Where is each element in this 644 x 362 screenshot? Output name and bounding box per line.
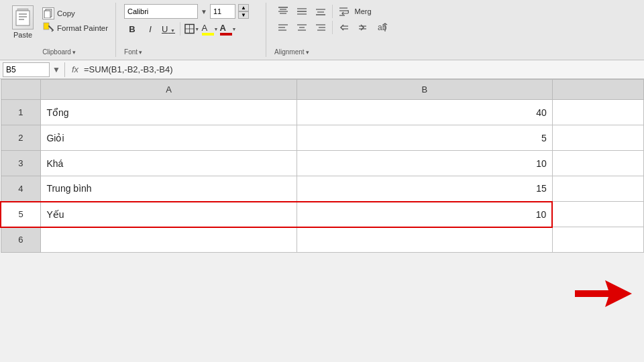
bold-button[interactable]: B: [124, 21, 140, 37]
border-dropdown-arrow[interactable]: ▼: [195, 27, 199, 32]
align-left-button[interactable]: [274, 20, 292, 35]
svg-line-9: [52, 30, 53, 32]
col-header-a[interactable]: A: [41, 80, 297, 100]
font-group: ▼ ▲ ▼ B I U ▼: [119, 3, 266, 57]
cell-b2[interactable]: 5: [297, 125, 552, 151]
font-color-bar: [220, 33, 232, 36]
formula-input[interactable]: =SUM(B1,-B2,-B3,-B4): [84, 64, 641, 74]
svg-rect-2: [19, 13, 27, 15]
align-separator-2: [332, 21, 333, 34]
table-row: 6: [1, 227, 644, 253]
paste-label: Paste: [13, 31, 32, 39]
highlight-color-bar: [202, 33, 214, 36]
copy-icon: [42, 7, 54, 19]
cell-a3[interactable]: Khá: [41, 151, 297, 176]
cell-reference-box[interactable]: B5: [3, 62, 50, 77]
align-top-button[interactable]: [274, 4, 292, 19]
font-size-increase-button[interactable]: ▲: [238, 4, 249, 11]
cell-c6: [552, 227, 643, 253]
align-center-button[interactable]: [293, 20, 311, 35]
align-bottom-button[interactable]: [312, 4, 329, 19]
format-painter-button[interactable]: Format Painter: [40, 21, 110, 35]
alignment-group: Merg ab Alignment: [269, 3, 403, 57]
paste-icon: [12, 5, 34, 29]
font-size-controls: ▲ ▼: [238, 4, 249, 19]
format-painter-icon: [42, 22, 54, 34]
cell-c2: [552, 125, 643, 151]
highlight-dropdown-arrow[interactable]: ▼: [214, 27, 219, 32]
alignment-group-label: Alignment ▾: [274, 47, 398, 56]
font-size-decrease-button[interactable]: ▼: [238, 11, 249, 19]
cell-a6[interactable]: [41, 227, 297, 253]
align-middle-button[interactable]: [293, 4, 311, 19]
cell-a4[interactable]: Trung bình: [41, 176, 297, 202]
text-direction-button[interactable]: ab: [373, 20, 390, 35]
align-right-button[interactable]: [312, 20, 329, 35]
alignment-expand-icon[interactable]: ▾: [306, 49, 309, 56]
row-header-4: 4: [1, 176, 41, 202]
svg-rect-6: [44, 11, 50, 18]
row-header-3: 3: [1, 151, 41, 176]
table-row-selected: 5 Yếu 10: [1, 202, 644, 227]
row-header-5: 5: [1, 202, 41, 227]
col-header-b[interactable]: B: [297, 80, 552, 100]
spreadsheet-container: A B 1 Tổng 40 2 Giỏi 5: [0, 79, 644, 253]
wrap-text-button[interactable]: [335, 4, 353, 19]
font-expand-icon[interactable]: ▾: [139, 49, 142, 56]
copy-label: Copy: [57, 9, 75, 17]
svg-rect-1: [16, 11, 30, 25]
corner-cell: [1, 80, 41, 100]
indent-decrease-button[interactable]: [335, 20, 353, 35]
font-size-input[interactable]: [210, 4, 235, 19]
red-arrow-overlay: [572, 277, 632, 313]
row-header-2: 2: [1, 125, 41, 151]
cell-b5[interactable]: 10: [297, 202, 552, 227]
cell-reference-value: B5: [6, 65, 16, 74]
ribbon: Paste Copy: [0, 0, 644, 60]
paste-button[interactable]: Paste: [8, 4, 38, 40]
cell-b3[interactable]: 10: [297, 151, 552, 176]
cell-a5[interactable]: Yếu: [41, 202, 297, 227]
copy-button[interactable]: Copy: [40, 7, 110, 20]
cell-a2[interactable]: Giỏi: [41, 125, 297, 151]
cell-b1[interactable]: 40: [297, 100, 552, 125]
table-row: 3 Khá 10: [1, 151, 644, 176]
underline-dropdown-arrow[interactable]: ▼: [170, 28, 175, 33]
cell-b6[interactable]: [297, 227, 552, 253]
cell-c1: [552, 100, 643, 125]
highlight-color-button[interactable]: A ▼: [202, 21, 218, 37]
font-name-input[interactable]: [124, 4, 198, 19]
cell-c5: [552, 202, 643, 227]
cell-a1[interactable]: Tổng: [41, 100, 297, 125]
indent-increase-button[interactable]: [354, 20, 372, 35]
spreadsheet: A B 1 Tổng 40 2 Giỏi 5: [0, 79, 644, 253]
clipboard-group: Paste Copy: [4, 3, 116, 57]
red-arrow-svg: [572, 277, 632, 310]
col-header-c: [552, 80, 643, 100]
cell-c3: [552, 151, 643, 176]
italic-button[interactable]: I: [142, 21, 158, 37]
merge-cells-button[interactable]: Merg: [354, 4, 372, 19]
merge-label: Merg: [355, 7, 372, 15]
fx-label: fx: [72, 64, 78, 74]
table-row: 4 Trung bình 15: [1, 176, 644, 202]
formula-bar-dropdown-arrow[interactable]: ▼: [52, 65, 60, 74]
clipboard-group-label: Clipboard ▾: [42, 47, 76, 56]
cell-c4: [552, 176, 643, 202]
clipboard-expand-icon[interactable]: ▾: [72, 49, 76, 56]
font-color-button[interactable]: A ▼: [220, 21, 236, 37]
font-group-label: Font ▾: [124, 47, 260, 56]
svg-rect-4: [19, 19, 24, 20]
spreadsheet-grid: A B 1 Tổng 40 2 Giỏi 5: [0, 79, 644, 253]
font-color-dropdown-arrow[interactable]: ▼: [232, 27, 237, 32]
formula-bar-divider: [64, 62, 65, 77]
align-separator-1: [332, 5, 333, 18]
format-painter-label: Format Painter: [57, 24, 108, 32]
border-button[interactable]: ▼: [184, 21, 200, 37]
underline-button[interactable]: U ▼: [160, 21, 176, 37]
row-header-6: 6: [1, 227, 41, 253]
cell-b4[interactable]: 15: [297, 176, 552, 202]
table-row: 1 Tổng 40: [1, 100, 644, 125]
svg-rect-3: [19, 16, 27, 17]
row-header-1: 1: [1, 100, 41, 125]
